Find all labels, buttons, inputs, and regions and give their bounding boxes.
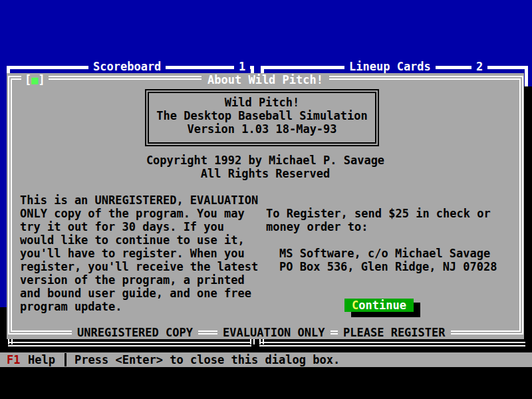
evaluation-text: This is an UNREGISTERED, EVALUATION ONLY… (20, 194, 266, 313)
lineup-window-number[interactable]: 2 (471, 60, 487, 73)
program-name: Wild Pitch! (149, 96, 375, 109)
statusbar-divider (65, 353, 66, 366)
scoreboard-window-number[interactable]: 1 (234, 60, 250, 73)
program-version: Version 1.03 18-May-93 (149, 122, 375, 136)
register-address-line: PO Box 536, Glen Ridge, NJ 07028 (266, 260, 519, 273)
lineup-window-title[interactable]: Lineup Cards (344, 60, 436, 73)
copyright-text: Copyright 1992 by Michael P. Savage All … (7, 154, 524, 180)
dialog-title: About Wild Pitch! (201, 73, 329, 86)
continue-button[interactable]: Continue (344, 299, 414, 312)
lineup-window-corner (261, 66, 264, 73)
close-icon: ■ (31, 73, 38, 86)
scoreboard-window-corner (7, 66, 10, 73)
register-instructions: To Register, send $25 in check or money … (266, 207, 519, 273)
footer-unregistered-copy: UNREGISTERED COPY (72, 326, 198, 339)
lineup-window-right-border (525, 66, 528, 86)
scoreboard-window-corner (251, 66, 254, 73)
close-button[interactable]: [■] (21, 73, 49, 86)
about-dialog: [■] About Wild Pitch! Wild Pitch! The De… (7, 73, 524, 339)
register-address-line: MS Software, c/o Michael Savage (266, 247, 519, 260)
lineup-window-bottom-border (259, 342, 525, 346)
f1-help-shortcut[interactable]: F1 (7, 353, 20, 366)
dialog-shadow-right (524, 86, 532, 352)
footer-evaluation-only: EVALUATION ONLY (217, 326, 331, 339)
program-subtitle: The Desktop Baseball Simulation (149, 109, 375, 122)
f1-help-label[interactable]: Help (28, 353, 55, 366)
status-bar: F1 Help Press <Enter> to close this dial… (0, 352, 532, 367)
scoreboard-window-bottom-border (8, 342, 251, 346)
statusbar-hint: Press <Enter> to close this dialog box. (74, 353, 340, 366)
version-box: Wild Pitch! The Desktop Baseball Simulat… (145, 89, 379, 146)
footer-please-register: PLEASE REGISTER (338, 326, 451, 339)
scoreboard-window-title[interactable]: Scoreboard (88, 60, 166, 73)
dos-screen: UNREGISTERED Wild Pitch! 1.03 Baseball S… (0, 0, 532, 399)
